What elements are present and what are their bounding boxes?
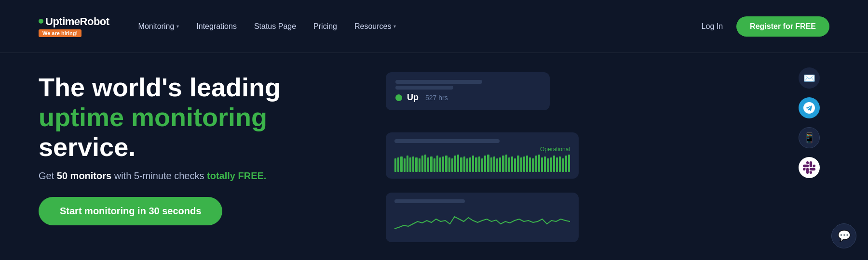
bar-item — [436, 156, 438, 172]
bars-container — [394, 155, 570, 172]
bar-item — [451, 158, 453, 172]
dashboard-mockup: Up 527 hrs Operational ✉️ 📱 — [386, 63, 829, 255]
bar-item — [553, 156, 555, 172]
bar-item — [517, 156, 519, 172]
chevron-down-icon: ▾ — [393, 24, 396, 29]
bar-item — [409, 157, 411, 172]
bar-item — [430, 156, 432, 172]
nav-pricing[interactable]: Pricing — [313, 22, 337, 31]
bar-item — [400, 156, 402, 172]
nav-integrations[interactable]: Integrations — [196, 22, 237, 31]
graph-card-bars: Operational — [386, 132, 579, 179]
bar-item — [496, 158, 498, 172]
bar-item — [559, 156, 561, 172]
bar-item — [532, 158, 534, 172]
graph-card-line — [386, 193, 579, 242]
bar-item — [508, 157, 510, 172]
bar-item — [397, 157, 399, 172]
bar-item — [472, 156, 474, 172]
nav-links: Monitoring ▾ Integrations Status Page Pr… — [138, 22, 396, 31]
bar-item — [541, 157, 543, 172]
hero-text-block: The world's leading uptime monitoring se… — [39, 67, 366, 225]
cta-button[interactable]: Start monitoring in 30 seconds — [39, 197, 222, 225]
bar-item — [454, 156, 456, 172]
bar-item — [448, 157, 450, 172]
bar-item — [439, 157, 441, 172]
nav-monitoring[interactable]: Monitoring ▾ — [138, 22, 179, 31]
chevron-down-icon: ▾ — [176, 24, 179, 29]
bar-item — [547, 158, 549, 172]
nav-left: UptimeRobot We are hiring! Monitoring ▾ … — [39, 15, 396, 37]
bar-item — [460, 157, 462, 172]
hiring-badge: We are hiring! — [39, 29, 81, 37]
status-row: Up 527 hrs — [395, 92, 540, 103]
line-chart — [394, 207, 570, 234]
bar-item — [434, 158, 435, 172]
bar-item — [511, 156, 513, 172]
hero-free-label: totally FREE. — [207, 170, 266, 181]
hero-section: The world's leading uptime monitoring se… — [0, 53, 868, 255]
register-button[interactable]: Register for FREE — [736, 16, 829, 37]
bar-item — [466, 158, 468, 172]
hero-title-green: uptime monitoring — [39, 103, 267, 131]
hero-title: The world's leading uptime monitoring se… — [39, 72, 366, 162]
mobile-icon: 📱 — [799, 127, 820, 148]
bar-item — [404, 158, 406, 172]
bar-item — [550, 157, 552, 172]
nav-resources[interactable]: Resources ▾ — [354, 22, 396, 31]
bar-item — [463, 156, 465, 172]
bar-item — [445, 156, 447, 172]
nav-status-page[interactable]: Status Page — [254, 22, 296, 31]
bar-item — [493, 156, 495, 172]
bar-item — [556, 157, 558, 172]
bar-item — [523, 156, 525, 172]
navbar: UptimeRobot We are hiring! Monitoring ▾ … — [0, 0, 868, 53]
monitor-card: Up 527 hrs — [386, 72, 550, 110]
bar-item — [568, 155, 570, 172]
hero-title-line1: The world's leading — [39, 73, 281, 102]
operational-label: Operational — [394, 146, 570, 153]
bar-item — [478, 156, 480, 172]
bar-item — [457, 155, 459, 172]
bar-item — [412, 156, 414, 172]
status-up-dot — [395, 94, 402, 101]
bar-item — [514, 158, 516, 172]
chat-icon[interactable]: 💬 — [831, 223, 856, 248]
bar-item — [544, 156, 546, 172]
nav-right: Log In Register for FREE — [702, 16, 829, 37]
bar-item — [526, 156, 528, 172]
login-button[interactable]: Log In — [702, 22, 723, 31]
bar-item — [535, 156, 537, 172]
bar-item — [520, 157, 522, 172]
hero-subtitle: Get 50 monitors with 5-minute checks tot… — [39, 170, 366, 182]
bar-item — [419, 158, 420, 172]
hero-bold: 50 monitors — [57, 170, 111, 181]
bar-item — [442, 156, 444, 172]
status-hours: 527 hrs — [425, 94, 448, 102]
line-card-header — [394, 199, 465, 203]
telegram-icon — [799, 97, 820, 118]
bar-item — [421, 156, 423, 172]
bar-item — [505, 155, 507, 172]
bar-item — [562, 158, 564, 172]
bar-item — [424, 155, 426, 172]
bar-item — [499, 157, 501, 172]
bar-item — [502, 156, 504, 172]
bar-item — [538, 155, 540, 172]
bar-item — [487, 155, 489, 172]
logo-dot — [39, 19, 43, 24]
bar-item — [469, 157, 471, 172]
card-bar-top — [395, 80, 482, 84]
notification-icons: ✉️ 📱 — [799, 67, 820, 178]
logo-text: UptimeRobot — [45, 15, 109, 28]
bar-item — [407, 156, 408, 172]
bar-item — [475, 157, 477, 172]
hero-title-line2: service. — [39, 132, 136, 161]
email-icon: ✉️ — [799, 67, 820, 89]
slack-icon — [799, 157, 820, 178]
bar-item — [565, 156, 567, 172]
logo[interactable]: UptimeRobot We are hiring! — [39, 15, 109, 37]
bar-item — [529, 157, 531, 172]
bar-item — [481, 158, 483, 172]
bar-item — [427, 157, 429, 172]
